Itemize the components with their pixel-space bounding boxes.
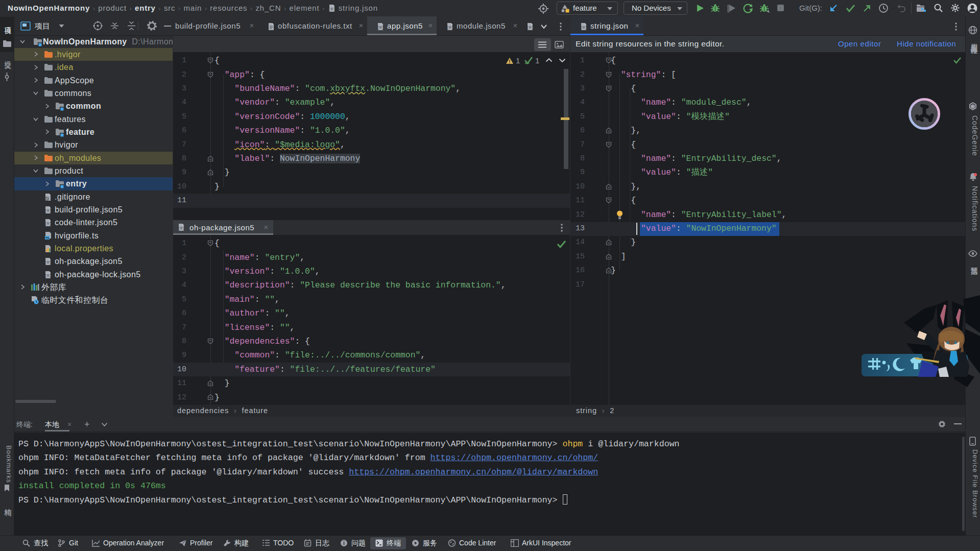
- svg-text:{0}: {0}: [377, 25, 384, 30]
- svg-text:{0}: {0}: [580, 25, 587, 30]
- svg-text:{0}: {0}: [527, 25, 534, 30]
- svg-text:{0}: {0}: [44, 260, 52, 265]
- svg-text:{0}: {0}: [44, 221, 52, 226]
- svg-text:{0}: {0}: [44, 208, 52, 213]
- svg-text:TS: TS: [45, 236, 50, 239]
- svg-text:{0}: {0}: [328, 7, 336, 11]
- svg-text:{0}: {0}: [44, 273, 52, 278]
- svg-text:{0}: {0}: [446, 25, 453, 30]
- svg-text:{0}: {0}: [178, 226, 185, 230]
